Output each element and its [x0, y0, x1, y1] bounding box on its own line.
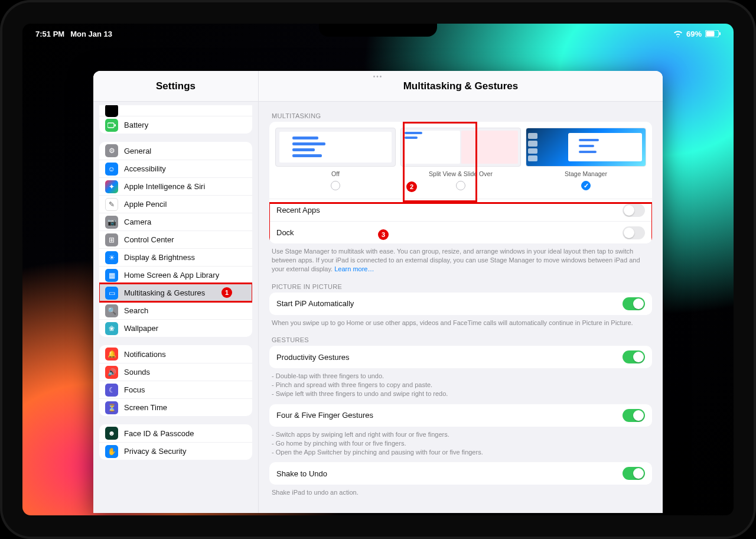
display-icon: ☀	[105, 251, 118, 264]
status-bar: 7:51 PM Mon Jan 13 69%	[22, 26, 734, 41]
ipad-frame: 7:51 PM Mon Jan 13 69% ••• Settings	[0, 0, 756, 539]
sidebar-item-focus[interactable]: ☾Focus	[99, 381, 252, 398]
homescreen-icon: ▦	[105, 269, 118, 282]
toggle-pip[interactable]	[623, 297, 645, 310]
toggle-shake[interactable]	[623, 467, 645, 480]
svg-rect-4	[115, 124, 116, 126]
sidebar-label: Camera	[124, 217, 246, 226]
control-center-icon: ⊞	[105, 233, 118, 246]
pip-footnote: When you swipe up to go Home or use othe…	[269, 315, 652, 333]
row-label: Four & Five Finger Gestures	[276, 411, 623, 420]
camera-icon: 📷	[105, 216, 118, 229]
sidebar-label: Wallpaper	[124, 324, 246, 333]
sidebar-item-faceid[interactable]: ☻Face ID & Passcode	[99, 424, 252, 442]
mt-thumb-off	[275, 128, 396, 167]
sidebar-group-notifications: 🔔Notifications 🔊Sounds ☾Focus ⏳Screen Ti…	[99, 345, 252, 416]
wifi-icon	[673, 30, 683, 37]
multitasking-footnote: Use Stage Manager to multitask with ease…	[269, 243, 652, 280]
sidebar-title: Settings	[93, 71, 258, 102]
sidebar-item-control-center[interactable]: ⊞Control Center	[99, 230, 252, 248]
toggle-fourfive[interactable]	[623, 409, 645, 422]
speaker-icon: 🔊	[105, 366, 118, 379]
sidebar-item-homescreen[interactable]: ▦Home Screen & App Library	[99, 266, 252, 284]
sidebar-item-wallpaper[interactable]: ❀Wallpaper	[99, 319, 252, 337]
moon-icon: ☾	[105, 384, 118, 397]
fourfive-footnote: - Switch apps by swiping left and right …	[269, 427, 652, 463]
row-label: Start PiP Automatically	[276, 299, 623, 308]
row-fourfive[interactable]: Four & Five Finger Gestures	[269, 404, 652, 427]
row-shake[interactable]: Shake to Undo	[269, 462, 652, 485]
hourglass-icon: ⏳	[105, 401, 118, 414]
battery-icon	[705, 30, 721, 37]
sidebar-label: Sounds	[124, 368, 246, 376]
pip-card: Start PiP Automatically	[269, 293, 652, 315]
row-recent-apps[interactable]: Recent Apps	[269, 199, 652, 221]
sidebar-item-apple-pencil[interactable]: ✎Apple Pencil	[99, 195, 252, 213]
sidebar-label: Home Screen & App Library	[124, 271, 246, 280]
toggle-productivity[interactable]	[623, 350, 645, 363]
bell-icon: 🔔	[105, 348, 118, 361]
row-productivity[interactable]: Productivity Gestures	[269, 346, 652, 368]
sidebar-item-search[interactable]: 🔍Search	[99, 301, 252, 319]
mt-option-split[interactable]: Split View & Slide Over	[399, 126, 522, 191]
mt-option-off[interactable]: Off	[274, 126, 397, 191]
settings-window: ••• Settings Battery	[93, 71, 663, 513]
sidebar-group-partial: Battery	[99, 105, 252, 134]
sidebar-item-accessibility[interactable]: ☺Accessibility	[99, 160, 252, 177]
annotation-badge-2: 2	[406, 181, 417, 192]
mt-option-label: Stage Manager	[565, 170, 607, 177]
sidebar-label: Notifications	[124, 350, 246, 359]
sidebar-item-camera[interactable]: 📷Camera	[99, 213, 252, 230]
radio-off[interactable]	[331, 181, 340, 190]
sidebar-label: Apple Pencil	[124, 200, 246, 209]
row-pip-auto[interactable]: Start PiP Automatically	[269, 293, 652, 315]
sidebar-label: Privacy & Security	[124, 447, 246, 456]
sidebar-label: Search	[124, 306, 246, 315]
toggle-recent-apps[interactable]	[623, 204, 645, 217]
sidebar-item-truncated[interactable]	[99, 105, 252, 116]
sidebar-item-screentime[interactable]: ⏳Screen Time	[99, 398, 252, 416]
sidebar-item-general[interactable]: ⚙General	[99, 142, 252, 160]
window-grabber-icon[interactable]: •••	[373, 73, 383, 80]
hand-icon: ✋	[105, 445, 118, 458]
siri-icon: ✦	[105, 180, 118, 193]
sidebar-group-privacy: ☻Face ID & Passcode ✋Privacy & Security	[99, 424, 252, 460]
unknown-icon	[105, 105, 118, 117]
learn-more-link[interactable]: Learn more…	[334, 265, 374, 272]
wallpaper-icon: ❀	[105, 322, 118, 335]
gesture-card-2: Four & Five Finger Gestures	[269, 404, 652, 427]
main-scroll[interactable]: MULTITASKING Off	[259, 102, 663, 513]
pencil-icon: ✎	[105, 198, 118, 211]
sidebar-item-battery[interactable]: Battery	[99, 116, 252, 134]
gear-icon: ⚙	[105, 144, 118, 157]
svg-rect-2	[719, 33, 721, 35]
radio-stage[interactable]	[581, 181, 591, 190]
annotation-badge-3: 3	[378, 229, 389, 240]
sidebar-label: Apple Intelligence & Siri	[124, 182, 246, 191]
sidebar-item-privacy[interactable]: ✋Privacy & Security	[99, 442, 252, 460]
row-dock[interactable]: Dock	[269, 221, 652, 243]
mt-thumb-split	[400, 128, 521, 167]
svg-rect-3	[107, 123, 114, 128]
sidebar-item-display[interactable]: ☀Display & Brightness	[99, 248, 252, 266]
shake-footnote: Shake iPad to undo an action.	[269, 485, 652, 503]
toggle-dock[interactable]	[623, 226, 645, 239]
row-label: Productivity Gestures	[276, 353, 623, 362]
sidebar-item-sounds[interactable]: 🔊Sounds	[99, 363, 252, 381]
search-icon: 🔍	[105, 304, 118, 317]
sidebar-scroll[interactable]: Battery ⚙General ☺Accessibility ✦Apple I…	[93, 102, 258, 513]
sidebar-label: Control Center	[124, 235, 246, 244]
productivity-footnote: - Double-tap with three fingers to undo.…	[269, 368, 652, 404]
multitasking-icon: ▭	[105, 287, 118, 300]
main-title: Multitasking & Gestures	[259, 71, 663, 102]
radio-split[interactable]	[456, 181, 465, 190]
status-date: Mon Jan 13	[70, 30, 112, 38]
sidebar-item-apple-intelligence[interactable]: ✦Apple Intelligence & Siri	[99, 177, 252, 195]
mt-option-stage[interactable]: Stage Manager	[524, 126, 647, 191]
status-time: 7:51 PM	[35, 30, 64, 38]
settings-sidebar: Settings Battery	[93, 71, 259, 513]
row-label: Recent Apps	[276, 206, 623, 215]
sidebar-label: Accessibility	[124, 164, 246, 173]
sidebar-label: Focus	[124, 385, 246, 394]
sidebar-item-notifications[interactable]: 🔔Notifications	[99, 345, 252, 363]
